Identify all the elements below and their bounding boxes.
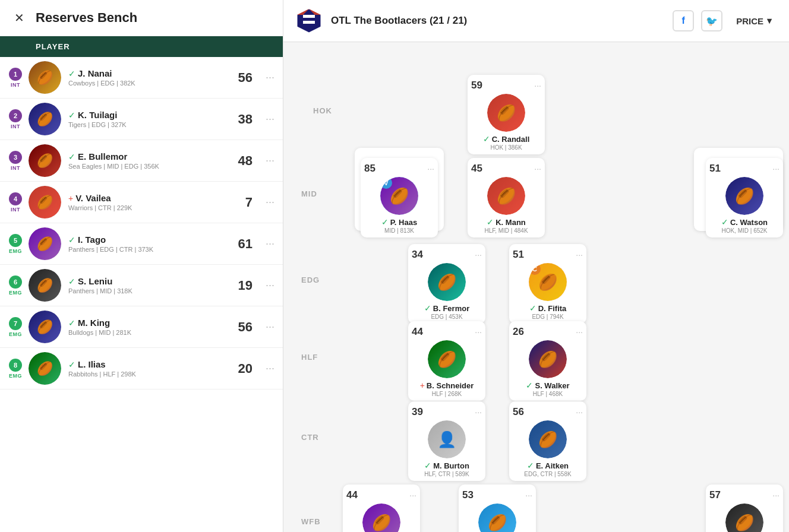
more-crichton[interactable]: ··· bbox=[772, 490, 779, 500]
pitch-panel: OTL The Bootlacers (21 / 21) f 🐦 PRICE ▾… bbox=[283, 0, 789, 532]
score-randall: 59 bbox=[471, 80, 482, 91]
more-walker[interactable]: ··· bbox=[576, 327, 583, 337]
player-name-row: ✓ I. Tago bbox=[68, 235, 235, 245]
card-top-crichton: 57 ··· bbox=[709, 489, 779, 501]
more-options-button[interactable]: ··· bbox=[263, 318, 277, 335]
card-top-burton: 39 ··· bbox=[412, 406, 482, 418]
more-fermor[interactable]: ··· bbox=[475, 250, 482, 259]
player-meta: Panthers | MID | 318K bbox=[68, 287, 235, 294]
meta-fermor: EDG | 453K bbox=[431, 314, 462, 320]
more-options-button[interactable]: ··· bbox=[263, 277, 277, 294]
facebook-button[interactable]: f bbox=[673, 10, 694, 31]
more-mann[interactable]: ··· bbox=[534, 164, 541, 173]
name-watson: C. Watson bbox=[730, 218, 768, 227]
more-options-button[interactable]: ··· bbox=[263, 152, 277, 169]
player-name-row: ✓ K. Tuilagi bbox=[68, 110, 235, 120]
name-mann: K. Mann bbox=[496, 218, 526, 227]
player-row: 6 EMG 🏉 ✓ S. Leniu Panthers | MID | 318K… bbox=[0, 265, 283, 306]
avatar-img: 🏉 bbox=[29, 311, 61, 343]
score-mann: 45 bbox=[471, 163, 482, 175]
badge-number: 5 bbox=[9, 234, 22, 247]
status-icon-burton: ✓ bbox=[424, 461, 431, 470]
more-hynes[interactable]: ··· bbox=[525, 490, 532, 500]
player-score: 19 bbox=[238, 278, 253, 293]
badge-type: EMG bbox=[9, 373, 22, 379]
more-options-button[interactable]: ··· bbox=[263, 110, 277, 128]
score-walker: 26 bbox=[513, 326, 524, 338]
score-watson: 51 bbox=[709, 163, 721, 175]
more-papenhuyzen[interactable]: ··· bbox=[409, 490, 416, 500]
avatar-walker: 🏉 bbox=[529, 340, 567, 378]
score-schneider: 44 bbox=[412, 326, 423, 338]
badge-col: 4 INT bbox=[6, 192, 25, 213]
status-icon-watson: ✓ bbox=[721, 217, 728, 227]
zone-edg: EDG bbox=[301, 276, 320, 284]
twitter-button[interactable]: 🐦 bbox=[701, 10, 722, 31]
card-top-haas: 85 ··· bbox=[364, 163, 434, 175]
name-row-haas: ✓ P. Haas bbox=[381, 217, 417, 227]
player-name-row: + V. Vailea bbox=[68, 193, 242, 203]
price-label: PRICE bbox=[736, 16, 763, 26]
status-icon-mann: ✓ bbox=[487, 217, 494, 227]
name-randall: C. Randall bbox=[492, 135, 530, 144]
card-top-mann: 45 ··· bbox=[471, 163, 541, 175]
avatar-img: 🏉 bbox=[29, 227, 61, 260]
player-name-row: ✓ L. Ilias bbox=[68, 359, 235, 369]
player-info: + V. Vailea Warriors | CTR | 229K bbox=[65, 193, 242, 211]
card-top-walker: 26 ··· bbox=[513, 326, 583, 338]
more-schneider[interactable]: ··· bbox=[475, 327, 482, 337]
player-meta: Warriors | CTR | 229K bbox=[68, 204, 242, 211]
avatar-img: 🏉 bbox=[29, 269, 61, 302]
player-card-randall: 59 ··· 🏉 ✓ C. Randall HOK | 386K bbox=[468, 75, 545, 154]
player-name-row: ✓ J. Nanai bbox=[68, 68, 235, 78]
badge-number: 3 bbox=[9, 151, 22, 164]
player-meta: Panthers | EDG | CTR | 373K bbox=[68, 246, 235, 253]
badge-col: 3 INT bbox=[6, 151, 25, 171]
score-fifita: 51 bbox=[513, 249, 524, 261]
badge-number: 1 bbox=[9, 68, 22, 81]
player-row: 7 EMG 🏉 ✓ M. King Bulldogs | MID | 281K … bbox=[0, 306, 283, 348]
player-info: ✓ E. Bullemor Sea Eagles | MID | EDG | 3… bbox=[65, 151, 235, 170]
name-row-mann: ✓ K. Mann bbox=[487, 217, 526, 227]
avatar-img-walker: 🏉 bbox=[529, 340, 567, 378]
score-aitken: 56 bbox=[513, 406, 524, 418]
avatar-img: 🏉 bbox=[29, 186, 61, 218]
player-row: 5 EMG 🏉 ✓ I. Tago Panthers | EDG | CTR |… bbox=[0, 223, 283, 265]
badge-col: 6 EMG bbox=[6, 276, 25, 296]
status-icon: ✓ bbox=[68, 360, 75, 369]
twitter-icon: 🐦 bbox=[706, 15, 718, 27]
more-options-button[interactable]: ··· bbox=[263, 69, 277, 86]
player-card-walker: 26 ··· 🏉 ✓ S. Walker HLF | 468K bbox=[509, 321, 586, 401]
meta-haas: MID | 813K bbox=[384, 227, 414, 234]
more-options-button[interactable]: ··· bbox=[263, 360, 277, 377]
more-burton[interactable]: ··· bbox=[475, 407, 482, 417]
more-options-button[interactable]: ··· bbox=[263, 235, 277, 252]
player-name: S. Leniu bbox=[78, 276, 112, 286]
avatar-fifita: 🏉 C bbox=[529, 263, 567, 301]
more-fifita[interactable]: ··· bbox=[576, 250, 583, 259]
zone-ctr: CTR bbox=[301, 433, 319, 442]
more-aitken[interactable]: ··· bbox=[576, 407, 583, 417]
more-watson[interactable]: ··· bbox=[772, 164, 779, 173]
name-aitken: E. Aitken bbox=[536, 461, 569, 470]
name-row-schneider: + B. Schneider bbox=[420, 381, 474, 390]
more-randall[interactable]: ··· bbox=[534, 81, 541, 90]
meta-mann: HLF, MID | 484K bbox=[484, 227, 528, 234]
badge-col: 2 INT bbox=[6, 109, 25, 129]
close-button[interactable]: ✕ bbox=[11, 10, 27, 26]
player-score: 7 bbox=[245, 195, 253, 210]
player-avatar: 🏉 bbox=[29, 269, 61, 302]
player-row: 1 INT 🏉 ✓ J. Nanai Cowboys | EDG | 382K … bbox=[0, 57, 283, 99]
player-meta: Cowboys | EDG | 382K bbox=[68, 80, 235, 87]
more-options-button[interactable]: ··· bbox=[263, 194, 277, 211]
card-top-aitken: 56 ··· bbox=[513, 406, 583, 418]
player-score: 38 bbox=[238, 112, 253, 127]
card-top-randall: 59 ··· bbox=[471, 80, 541, 91]
player-row: 4 INT 🏉 + V. Vailea Warriors | CTR | 229… bbox=[0, 182, 283, 223]
more-haas[interactable]: ··· bbox=[427, 164, 434, 173]
name-row-watson: ✓ C. Watson bbox=[721, 217, 768, 227]
badge-number: 6 bbox=[9, 276, 22, 289]
price-dropdown[interactable]: PRICE ▾ bbox=[730, 11, 778, 30]
svg-rect-0 bbox=[303, 15, 315, 18]
player-avatar: 🏉 bbox=[29, 352, 61, 385]
